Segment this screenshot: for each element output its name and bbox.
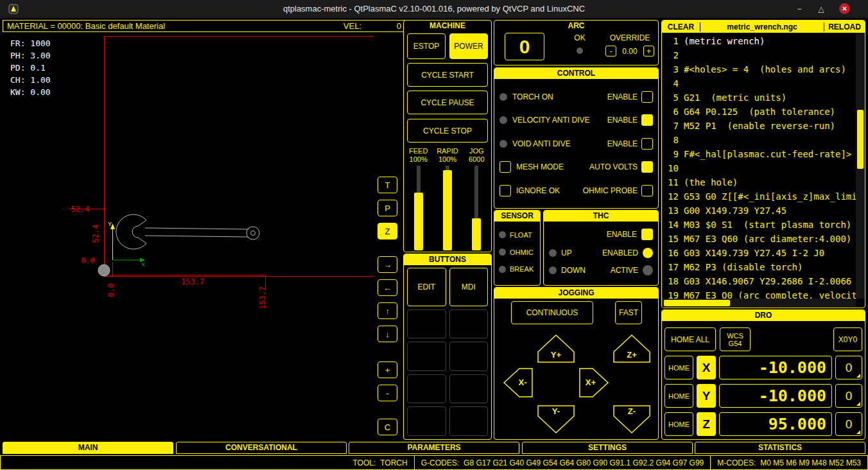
estop-button[interactable]: ESTOP [407,33,446,59]
zero-z-button[interactable]: 0 [835,412,862,436]
tab-conversational[interactable]: CONVERSATIONAL [176,442,347,454]
view-z-button[interactable]: Z [378,223,397,239]
gcode-line[interactable]: 10 [664,161,856,175]
gcode-line[interactable]: 15M67 E3 Q60 (arc diameter:4.000) [664,232,856,246]
gcode-reload-button[interactable]: RELOAD [824,22,865,31]
tab-parameters[interactable]: PARAMETERS [349,442,519,454]
zoom-in-button[interactable]: + [378,361,397,378]
gcode-horizontal-scrollbar[interactable] [662,299,856,308]
torch-enable-checkbox[interactable] [641,91,653,103]
x-axis-label: X [141,261,145,268]
gcode-vertical-scrollbar[interactable] [856,33,865,299]
gcode-line[interactable]: 12G53 G0 Z[[#<_ini[axis_z]max_limit] [664,189,856,204]
mcodes-value: M0 M5 M6 M9 M48 M52 M53 [760,458,861,467]
gcode-clear-button[interactable]: CLEAR [662,22,700,31]
menu-corner-icon [856,430,860,434]
gcode-line[interactable]: 8 [664,133,856,147]
gcode-line[interactable]: 16G03 X149.739 Y27.45 I-2 J0 [664,246,856,260]
gcode-line[interactable]: 11(the hole) [664,175,856,189]
tab-statistics[interactable]: STATISTICS [695,442,865,454]
gcode-line[interactable]: 19M67 E3 Q0 (arc complete, velocity [664,288,856,299]
gcode-text-view[interactable]: 1(metric wrench) 2 3#<holes> = 4 (holes … [662,33,856,299]
view-top-button[interactable]: T [378,177,397,193]
edit-button[interactable]: EDIT [407,268,446,306]
mesh-mode-checkbox[interactable] [499,161,511,173]
cycle-start-button[interactable]: CYCLE START [407,63,488,87]
cycle-stop-button[interactable]: CYCLE STOP [407,119,488,143]
vertical-scroll-thumb[interactable] [857,110,864,169]
home-z-button[interactable]: HOME [664,412,693,436]
home-all-button[interactable]: HOME ALL [664,327,716,351]
tab-settings[interactable]: SETTINGS [522,442,693,454]
override-value: 0.00 [619,47,641,56]
dro-axis-row-x: HOME X -10.000 0 [664,356,862,379]
thc-down-led [549,266,557,274]
arc-panel-title: ARC [494,21,658,31]
void-anti-dive-checkbox[interactable] [641,138,653,150]
jog-z-plus-button[interactable]: Z+ [614,335,650,362]
zero-x-button[interactable]: 0 [835,356,862,379]
gcode-line[interactable]: 4 [664,76,856,91]
pan-down-button[interactable]: ↓ [378,326,397,342]
rapid-override-slider[interactable] [443,170,452,250]
thc-up-led [549,249,557,257]
jog-x-plus-button[interactable]: X+ [580,369,608,397]
feed-override-slider[interactable] [414,193,423,250]
jog-x-minus-button[interactable]: X- [504,369,532,397]
tool-status: TOOL: TORCH [346,456,413,469]
gcode-line[interactable]: 2 [664,48,856,62]
window-title: qtplasmac-metric - QtPlasmaC v2.10-001.0… [0,0,868,18]
jog-mode-combobox[interactable]: CONTINUOUS [511,301,593,324]
gcode-line[interactable]: 6G64 P0.125 (path tolerance) [664,105,856,119]
cycle-pause-button[interactable]: CYCLE PAUSE [407,91,488,114]
override-plus-button[interactable]: + [643,46,654,57]
dim-x-max-rotated: 153.7 [258,286,267,309]
arc-panel: ARC 0 OK OVERRIDE - 0.00 + [494,20,659,65]
gcode-line[interactable]: 3#<holes> = 4 (holes and arcs) [664,62,856,76]
jog-fast-button[interactable]: FAST [615,301,642,324]
dim-x-min-rotated: 0.0 [107,283,116,297]
maximize-icon[interactable]: △ [815,3,827,15]
gcode-line[interactable]: 14M03 $0 S1 (start plasma torch) [664,218,856,232]
gcode-line[interactable]: 9F#<_hal[plasmac.cut-feed-rate]> [664,147,856,161]
ohmic-probe-checkbox[interactable] [641,185,653,196]
gcode-preview[interactable]: 52.4 52.4 0.0 0.0 153.7 153.7 Y X FR: 10… [3,33,374,440]
home-x-button[interactable]: HOME [664,356,693,379]
pan-right-button[interactable]: → [378,256,397,273]
gcode-line[interactable]: 13G00 X149.739 Y27.45 [664,204,856,218]
auto-volts-checkbox[interactable] [641,161,653,173]
gcode-line[interactable]: 5G21 (metric units) [664,91,856,105]
velocity-anti-dive-checkbox[interactable] [641,114,653,126]
svg-text:Z+: Z+ [627,350,637,360]
pan-up-button[interactable]: ↑ [378,302,397,319]
thc-enable-checkbox[interactable] [641,229,653,240]
gcode-line[interactable]: 17M62 P3 (disable torch) [664,260,856,274]
close-icon[interactable]: ✕ [839,3,850,14]
jog-y-minus-button[interactable]: Y- [538,406,574,433]
pan-left-button[interactable]: ← [378,279,397,296]
arc-ok-group: OK [568,33,592,54]
power-button[interactable]: POWER [449,33,488,59]
jog-y-plus-button[interactable]: Y+ [538,335,574,362]
mdi-button[interactable]: MDI [449,268,489,306]
gcode-line[interactable]: 18G03 X146.9067 Y29.2686 I-2.0066 [664,274,856,288]
ignore-ok-checkbox[interactable] [499,185,511,196]
wcs-button[interactable]: WCS G54 [720,327,751,351]
gcode-line[interactable]: 7M52 P1 (enable reverse-run) [664,119,856,133]
material-combobox[interactable]: MATERIAL = 00000: Basic default Material [7,21,343,31]
horizontal-scroll-thumb[interactable] [664,300,730,306]
zoom-out-button[interactable]: - [378,385,397,401]
home-y-button[interactable]: HOME [664,384,693,408]
view-perspective-button[interactable]: P [378,200,397,216]
user-button-empty [449,342,489,371]
override-minus-button[interactable]: - [605,46,616,57]
tab-main[interactable]: MAIN [3,442,173,454]
jog-rate-slider[interactable] [472,218,481,250]
x0y0-button[interactable]: X0Y0 [833,327,862,351]
zero-y-button[interactable]: 0 [835,384,862,408]
jog-z-minus-button[interactable]: Z- [614,406,650,433]
minimize-icon[interactable]: − [794,3,805,15]
gcode-line[interactable]: 1(metric wrench) [664,34,856,48]
axis-y-position: -10.000 [719,384,832,408]
clear-plot-button[interactable]: C [378,419,397,435]
